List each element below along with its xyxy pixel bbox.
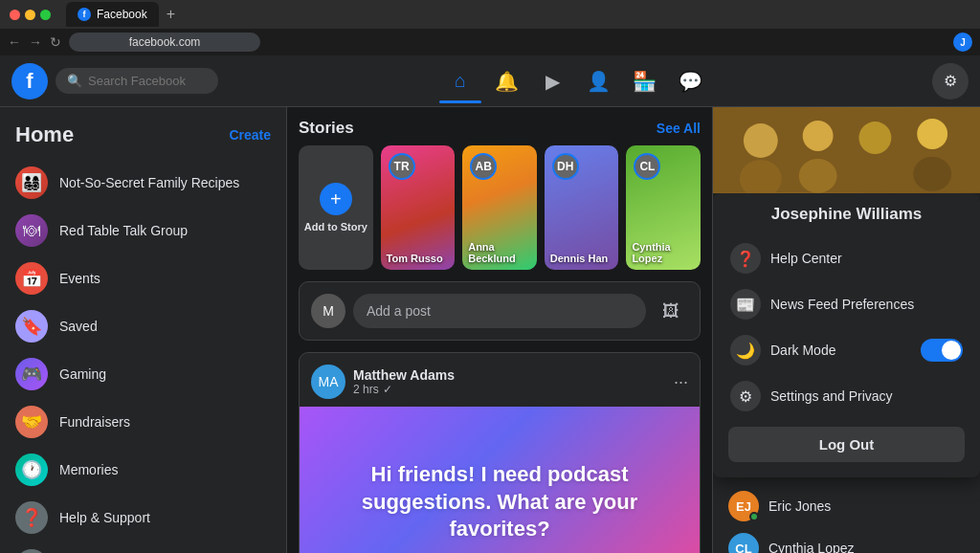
stories-row: + Add to Story TR Tom Russo AB Anna Beck… [299,145,701,270]
tab-bar: f Facebook + [66,2,179,27]
dropdown-settings-privacy[interactable]: ⚙ Settings and Privacy [721,373,972,419]
story-name-cynthia: Cynthia Lopez [632,241,695,264]
photo-button[interactable]: 🖼 [654,294,688,328]
cover-people-image [713,107,980,193]
search-input[interactable] [88,74,203,88]
browser-profile: J [953,33,972,52]
contact-eric-jones[interactable]: EJ Eric Jones [721,485,972,527]
sidebar-item-saved[interactable]: 🔖 Saved [8,302,278,350]
sidebar-item-fundraisers[interactable]: 🤝 Fundraisers [8,398,278,446]
tab-label: Facebook [97,8,147,21]
gear-button[interactable]: ⚙ [932,63,969,100]
nav-right: ⚙ [932,63,969,100]
dropdown-profile-name: Josephine Williams [721,201,972,235]
sidebar-item-memories[interactable]: 🕐 Memories [8,446,278,494]
new-tab-button[interactable]: + [163,6,179,23]
gaming-icon: 🎮 [15,358,48,390]
settings-icon: ⚙ [15,549,48,553]
left-sidebar: Home Create 👨‍👩‍👧‍👦 Not-So-Secret Family… [0,107,287,553]
sidebar-item-red-table[interactable]: 🍽 Red Table Talk Group [8,207,278,254]
settings-privacy-icon: ⚙ [730,381,761,411]
minimize-window-button[interactable] [25,10,35,20]
facebook-logo: f [11,63,48,100]
svg-point-4 [799,159,837,193]
maximize-window-button[interactable] [40,10,51,20]
sidebar-item-label: Red Table Talk Group [59,223,188,238]
create-button[interactable]: Create [229,127,271,143]
sidebar-title: Home [15,122,74,147]
post-more-button[interactable]: ··· [674,372,688,392]
dark-mode-toggle[interactable] [921,339,963,362]
toggle-knob [942,341,961,360]
app-wrapper: f 🔍 ⌂ 🔔 ▶ 👤 🏪 💬 ⚙ Home Create 👨‍👩‍👧‍👦 [0,55,980,553]
story-card-anna[interactable]: AB Anna Becklund [462,145,537,270]
dropdown-dark-mode[interactable]: 🌙 Dark Mode [721,327,972,373]
story-name-anna: Anna Becklund [468,241,531,264]
post-card: MA Matthew Adams 2 hrs ✓ ··· Hi friends!… [299,352,701,553]
sidebar-item-help[interactable]: ❓ Help & Support [8,494,278,542]
back-button[interactable]: ← [8,34,21,50]
contact-cynthia-lopez[interactable]: CL Cynthia Lopez [721,527,972,553]
sidebar-item-events[interactable]: 📅 Events [8,254,278,302]
sidebar-header: Home Create [8,119,278,159]
post-author-avatar: MA [311,365,345,399]
svg-point-3 [803,121,834,151]
dropdown-help-center[interactable]: ❓ Help Center [721,235,972,281]
help-icon: ❓ [15,501,48,534]
nav-messenger-button[interactable]: 💬 [669,60,711,102]
sidebar-item-settings[interactable]: ⚙ Settings & Privacy [8,542,278,553]
sidebar-item-label: Saved [59,319,98,334]
create-post-row: M Add a post 🖼 [311,294,688,328]
nav-profile-button[interactable]: 👤 [577,60,619,102]
close-window-button[interactable] [10,10,20,20]
address-input[interactable] [69,33,260,52]
news-feed-icon: 📰 [730,289,761,320]
post-input[interactable]: Add a post [353,294,646,328]
story-avatar-anna: AB [470,153,497,180]
dropdown-news-feed-prefs[interactable]: 📰 News Feed Preferences [721,281,972,327]
sidebar-item-gaming[interactable]: 🎮 Gaming [8,350,278,398]
contact-name-cynthia: Cynthia Lopez [768,541,855,553]
logout-button[interactable]: Log Out [728,427,965,462]
dark-mode-icon: 🌙 [730,335,761,365]
right-panel: Josephine Williams ❓ Help Center 📰 News … [712,107,980,553]
saved-icon: 🔖 [15,310,48,343]
refresh-button[interactable]: ↻ [50,34,61,50]
post-header: MA Matthew Adams 2 hrs ✓ ··· [300,353,700,407]
address-bar: ← → ↻ J [0,29,980,55]
svg-point-1 [744,123,778,158]
post-author-name: Matthew Adams [353,367,666,383]
active-tab[interactable]: f Facebook [66,2,159,27]
story-card-dennis[interactable]: DH Dennis Han [545,145,619,270]
story-name-tom: Tom Russo [387,253,450,264]
contact-avatar-eric: EJ [728,491,759,521]
story-card-cynthia[interactable]: CL Cynthia Lopez [626,145,701,270]
nav-home-button[interactable]: ⌂ [439,60,481,102]
story-card-tom[interactable]: TR Tom Russo [381,145,456,270]
stories-title: Stories [299,119,354,138]
nav-marketplace-button[interactable]: 🏪 [623,60,665,102]
post-verified-icon: ✓ [383,383,392,396]
nav-watch-button[interactable]: ▶ [531,60,573,102]
center-feed: Stories See All + Add to Story TR Tom Ru… [287,107,712,553]
user-avatar: M [311,294,345,328]
sidebar-item-family-recipes[interactable]: 👨‍👩‍👧‍👦 Not-So-Secret Family Recipes [8,159,278,207]
stories-header: Stories See All [299,119,701,138]
dropdown-menu: Josephine Williams ❓ Help Center 📰 News … [713,193,980,477]
red-table-icon: 🍽 [15,214,48,247]
contacts-section: EJ Eric Jones CL Cynthia Lopez AB Anna B… [713,477,980,553]
svg-point-5 [858,122,891,154]
nav-notifications-button[interactable]: 🔔 [485,60,527,102]
see-all-button[interactable]: See All [657,121,701,136]
sidebar-item-label: Memories [59,462,118,477]
post-meta: 2 hrs ✓ [353,383,666,396]
search-icon: 🔍 [67,74,82,88]
settings-privacy-label: Settings and Privacy [770,388,893,404]
search-box[interactable]: 🔍 [56,68,218,94]
svg-point-7 [917,119,947,149]
add-story-label: Add to Story [304,221,368,232]
add-to-story-card[interactable]: + Add to Story [299,145,373,270]
main-content: Home Create 👨‍👩‍👧‍👦 Not-So-Secret Family… [0,107,980,553]
forward-button[interactable]: → [29,34,42,50]
tab-favicon: f [78,8,91,21]
